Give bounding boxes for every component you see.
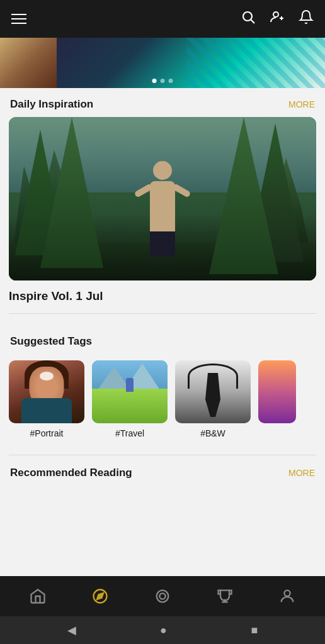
inspiration-image <box>9 117 316 280</box>
bottom-nav-explore[interactable] <box>91 587 109 605</box>
hero-wave <box>186 38 325 88</box>
figure-arm-left <box>134 183 154 198</box>
daily-inspiration-title: Daily Inspiration <box>10 98 93 111</box>
tag-label-bw: #B&W <box>200 428 225 438</box>
inspiration-card-title: Inspire Vol. 1 Jul <box>0 280 325 307</box>
bottom-nav-profile[interactable] <box>278 587 296 605</box>
tag-item-bw[interactable]: #B&W <box>175 360 251 438</box>
travel-person <box>126 378 134 392</box>
tag-label-portrait: #Portrait <box>30 428 64 438</box>
android-navigation: ◀ ● ■ <box>0 616 325 644</box>
svg-point-0 <box>243 12 252 21</box>
compass-icon <box>91 587 109 605</box>
recommended-reading-header: Recommended Reading MORE <box>0 462 325 486</box>
bottom-nav-camera[interactable] <box>154 587 171 605</box>
android-recent-button[interactable]: ■ <box>251 624 258 637</box>
divider-2 <box>9 455 316 455</box>
svg-marker-6 <box>97 593 103 599</box>
hero-thumb-left <box>0 38 57 88</box>
person-figure <box>137 161 188 249</box>
svg-line-1 <box>251 20 255 24</box>
suggested-tags-section: Suggested Tags #Portrait <box>0 320 325 448</box>
recommended-reading-title: Recommended Reading <box>10 467 132 479</box>
suggested-tags-title: Suggested Tags <box>10 335 92 348</box>
tags-scroll-container[interactable]: #Portrait #Travel #B&W <box>0 354 325 445</box>
svg-point-8 <box>159 593 165 599</box>
person-icon <box>278 587 296 605</box>
menu-button[interactable] <box>11 14 26 24</box>
portrait-body <box>21 398 72 423</box>
svg-point-2 <box>273 12 278 17</box>
home-icon <box>29 587 47 605</box>
recommended-reading-more[interactable]: MORE <box>288 468 315 478</box>
content-area: Daily Inspiration MORE <box>0 88 325 486</box>
tag-item-portrait[interactable]: #Portrait <box>9 360 84 438</box>
tag-item-sunset[interactable] <box>258 360 296 438</box>
figure-pants <box>150 231 175 257</box>
tag-thumb-travel <box>92 360 168 423</box>
inspiration-card[interactable] <box>9 117 316 280</box>
android-home-button[interactable]: ● <box>160 624 167 637</box>
nav-icons-right <box>241 9 314 28</box>
add-user-icon[interactable] <box>270 9 285 28</box>
tag-thumb-portrait <box>9 360 84 423</box>
svg-point-7 <box>157 591 169 602</box>
camera-icon <box>154 587 171 605</box>
android-back-button[interactable]: ◀ <box>67 623 76 637</box>
figure-head <box>153 161 172 180</box>
hero-dot-1 <box>152 79 157 83</box>
divider-1 <box>9 313 316 314</box>
travel-field <box>92 389 168 423</box>
hero-banner[interactable] <box>0 38 325 88</box>
svg-point-11 <box>285 591 290 596</box>
bottom-navigation <box>0 576 325 616</box>
portrait-eyes <box>40 372 54 380</box>
hero-dots <box>152 79 173 83</box>
top-navigation <box>0 0 325 38</box>
daily-inspiration-more[interactable]: MORE <box>288 99 315 109</box>
tag-label-travel: #Travel <box>115 428 144 438</box>
search-icon[interactable] <box>241 9 256 28</box>
trophy-icon <box>216 587 234 605</box>
notification-icon[interactable] <box>299 9 314 28</box>
tag-item-travel[interactable]: #Travel <box>92 360 168 438</box>
tag-thumb-bw <box>175 360 251 423</box>
bottom-nav-home[interactable] <box>29 587 47 605</box>
suggested-tags-header: Suggested Tags <box>0 325 325 354</box>
hero-dot-3 <box>169 79 173 83</box>
daily-inspiration-header: Daily Inspiration MORE <box>0 88 325 117</box>
figure-body <box>150 181 175 231</box>
bottom-nav-awards[interactable] <box>216 587 234 605</box>
tag-thumb-sunset <box>258 360 296 423</box>
hero-dot-2 <box>161 79 165 83</box>
